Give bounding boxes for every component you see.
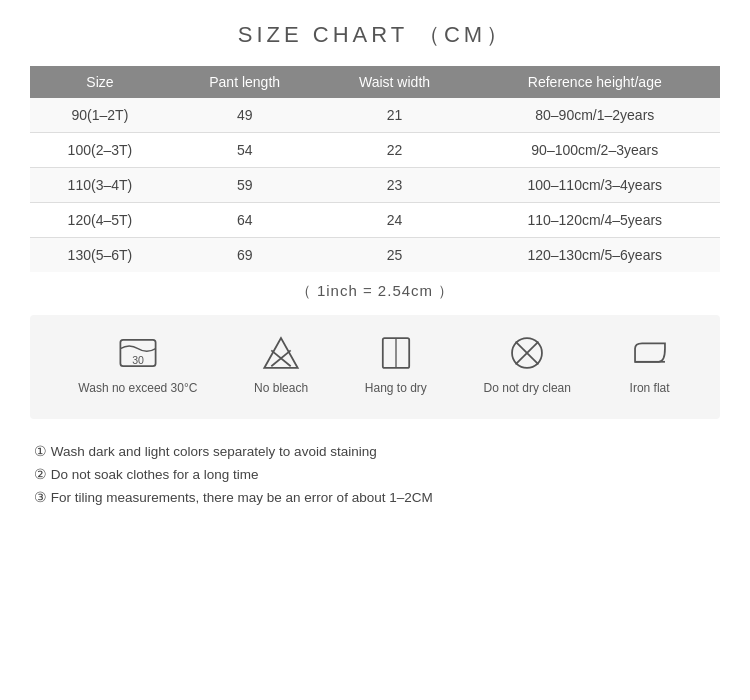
table-cell: 25 — [320, 238, 470, 273]
care-icon-iron-flat: Iron flat — [628, 331, 672, 395]
table-row: 90(1–2T)492180–90cm/1–2years — [30, 98, 720, 133]
table-cell: 24 — [320, 203, 470, 238]
table-cell: 49 — [170, 98, 320, 133]
page-wrapper: SIZE CHART （CM） Size Pant length Waist w… — [0, 0, 750, 700]
table-cell: 100–110cm/3–4years — [470, 168, 720, 203]
care-icon-wash30: 30 Wash no exceed 30°C — [78, 331, 197, 395]
conversion-note: （ 1inch = 2.54cm ） — [30, 282, 720, 301]
table-cell: 120(4–5T) — [30, 203, 170, 238]
wash30-icon: 30 — [116, 331, 160, 375]
table-cell: 110(3–4T) — [30, 168, 170, 203]
instruction-1: ① Wash dark and light colors separately … — [34, 443, 716, 459]
table-cell: 23 — [320, 168, 470, 203]
table-cell: 110–120cm/4–5years — [470, 203, 720, 238]
instructions-section: ① Wash dark and light colors separately … — [30, 433, 720, 505]
no-bleach-icon — [259, 331, 303, 375]
care-icon-no-bleach: No bleach — [254, 331, 308, 395]
table-row: 130(5–6T)6925120–130cm/5–6years — [30, 238, 720, 273]
table-cell: 21 — [320, 98, 470, 133]
care-label-no-bleach: No bleach — [254, 381, 308, 395]
table-cell: 54 — [170, 133, 320, 168]
hang-dry-icon — [374, 331, 418, 375]
table-cell: 130(5–6T) — [30, 238, 170, 273]
no-dry-clean-icon — [505, 331, 549, 375]
instruction-3: ③ For tiling measurements, there may be … — [34, 489, 716, 505]
care-label-wash30: Wash no exceed 30°C — [78, 381, 197, 395]
col-size: Size — [30, 66, 170, 98]
page-title: SIZE CHART （CM） — [30, 20, 720, 50]
table-cell: 59 — [170, 168, 320, 203]
table-row: 120(4–5T)6424110–120cm/4–5years — [30, 203, 720, 238]
table-cell: 90–100cm/2–3years — [470, 133, 720, 168]
col-ref-height: Reference height/age — [470, 66, 720, 98]
col-pant-length: Pant length — [170, 66, 320, 98]
table-cell: 100(2–3T) — [30, 133, 170, 168]
title-section: SIZE CHART （CM） — [30, 20, 720, 50]
care-label-hang-dry: Hang to dry — [365, 381, 427, 395]
table-cell: 90(1–2T) — [30, 98, 170, 133]
svg-marker-2 — [264, 338, 297, 368]
size-table: Size Pant length Waist width Reference h… — [30, 66, 720, 272]
iron-flat-icon — [628, 331, 672, 375]
col-waist-width: Waist width — [320, 66, 470, 98]
instruction-3-text: ③ For tiling measurements, there may be … — [34, 489, 433, 505]
table-row: 100(2–3T)542290–100cm/2–3years — [30, 133, 720, 168]
table-cell: 69 — [170, 238, 320, 273]
care-icon-hang-dry: Hang to dry — [365, 331, 427, 395]
instruction-2: ② Do not soak clothes for a long time — [34, 466, 716, 482]
care-icons-row: 30 Wash no exceed 30°C No bleach — [50, 331, 700, 395]
care-section: 30 Wash no exceed 30°C No bleach — [30, 315, 720, 419]
table-header-row: Size Pant length Waist width Reference h… — [30, 66, 720, 98]
table-cell: 80–90cm/1–2years — [470, 98, 720, 133]
table-cell: 64 — [170, 203, 320, 238]
svg-text:30: 30 — [132, 354, 144, 366]
table-row: 110(3–4T)5923100–110cm/3–4years — [30, 168, 720, 203]
care-icon-no-dry-clean: Do not dry clean — [484, 331, 571, 395]
care-label-no-dry-clean: Do not dry clean — [484, 381, 571, 395]
instruction-1-text: ① Wash dark and light colors separately … — [34, 443, 377, 459]
care-label-iron-flat: Iron flat — [630, 381, 670, 395]
table-cell: 22 — [320, 133, 470, 168]
table-cell: 120–130cm/5–6years — [470, 238, 720, 273]
instruction-2-text: ② Do not soak clothes for a long time — [34, 466, 259, 482]
